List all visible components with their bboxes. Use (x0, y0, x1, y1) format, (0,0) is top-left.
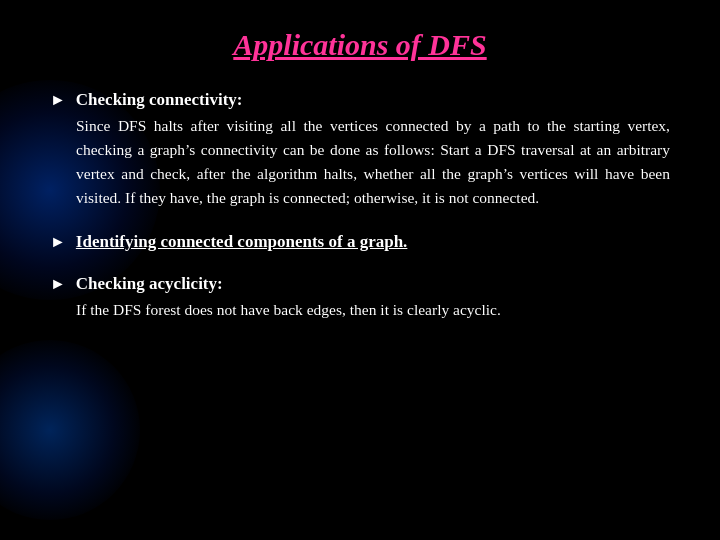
bullet-arrow-3: ► (50, 275, 66, 293)
section-connectivity: ► Checking connectivity: Since DFS halts… (50, 90, 670, 210)
section-connectivity-header: ► Checking connectivity: (50, 90, 670, 110)
section-acyclicity-header: ► Checking acyclicity: (50, 274, 670, 294)
section-acyclicity: ► Checking acyclicity: If the DFS forest… (50, 274, 670, 322)
section-connectivity-title: Checking connectivity: (76, 90, 243, 110)
section-acyclicity-body: If the DFS forest does not have back edg… (76, 298, 670, 322)
section-components: ► Identifying connected components of a … (50, 232, 670, 252)
section-components-title: Identifying connected components of a gr… (76, 232, 408, 252)
section-components-header: ► Identifying connected components of a … (50, 232, 670, 252)
section-connectivity-body: Since DFS halts after visiting all the v… (76, 114, 670, 210)
page-title: Applications of DFS (50, 28, 670, 62)
bullet-arrow-2: ► (50, 233, 66, 251)
section-acyclicity-title: Checking acyclicity: (76, 274, 223, 294)
main-container: Applications of DFS ► Checking connectiv… (0, 0, 720, 372)
bullet-arrow-1: ► (50, 91, 66, 109)
